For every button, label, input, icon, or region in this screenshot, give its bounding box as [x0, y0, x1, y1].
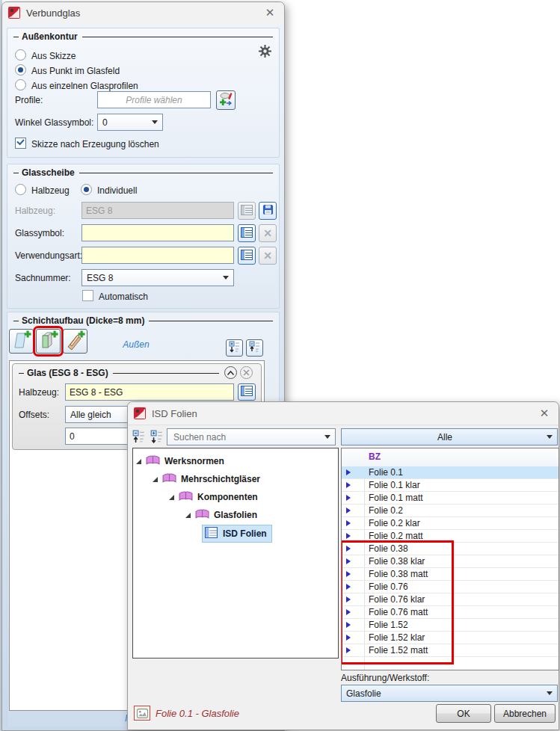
- save-icon: [262, 204, 274, 218]
- sachnummer-label: Sachnummer:: [15, 273, 71, 283]
- group-glasscheibe: Glasscheibe Halbzeug Individuell Halbzeu…: [7, 164, 280, 309]
- sort-up-icon: [249, 341, 260, 355]
- table-row[interactable]: Folie 0.76 klar: [342, 593, 559, 606]
- verbundglas-titlebar[interactable]: Verbundglas ✕: [2, 2, 284, 24]
- radio-halbzeug[interactable]: Halbzeug: [15, 184, 70, 196]
- profile-pick-button[interactable]: [216, 90, 236, 110]
- glassymbol-clear-button: ✕: [259, 224, 277, 242]
- table-row[interactable]: Folie 0.1: [342, 466, 559, 479]
- table-icon: [241, 386, 253, 398]
- chevron-down-icon: [547, 691, 553, 695]
- isd-titlebar[interactable]: ISD Folien ✕: [128, 402, 559, 425]
- checkbox-icon: [82, 290, 93, 301]
- expand-all-icon[interactable]: [150, 430, 163, 445]
- tree-item-mehrschichtglaeser[interactable]: Mehrschichtgläser: [153, 471, 260, 487]
- clear-x-icon: ✕: [263, 250, 272, 262]
- table-row[interactable]: Folie 0.38 matt: [342, 568, 559, 581]
- table-row[interactable]: Folie 0.76: [342, 581, 559, 593]
- layer-halbzeug-table-button[interactable]: [238, 383, 256, 401]
- delete-sketch-checkbox[interactable]: Skizze nach Erzeugung löschen: [15, 138, 159, 149]
- table-icon: [241, 227, 253, 240]
- app-logo-icon: [8, 7, 20, 19]
- table-row[interactable]: Folie 1.52: [342, 619, 559, 632]
- table-row[interactable]: Folie 0.76 matt: [342, 606, 559, 619]
- expander-icon: [185, 513, 191, 518]
- folien-table: BZ Folie 0.1 Folie 0.1 klar Folie 0.1 ma…: [341, 448, 559, 670]
- radio-individuell[interactable]: Individuell: [81, 184, 137, 196]
- table-icon: [241, 205, 253, 218]
- radio-aus-skizze[interactable]: Aus Skizze: [15, 49, 76, 61]
- radio-icon: [15, 184, 26, 195]
- group-aussenkontur: Außenkontur Aus Skizze Aus Punkt im Glas…: [7, 28, 280, 158]
- row-expander-icon: [346, 520, 351, 526]
- search-combo[interactable]: [167, 428, 336, 445]
- layer-halbzeug-label: Halbzeug:: [19, 387, 59, 398]
- glassymbol-input[interactable]: [81, 224, 234, 241]
- table-row[interactable]: Folie 1.52 matt: [342, 644, 559, 657]
- row-expander-icon: [346, 558, 351, 564]
- ausfuehrung-dropdown[interactable]: Glasfolie: [341, 685, 558, 702]
- verwendungsart-table-button[interactable]: [238, 247, 256, 265]
- row-expander-icon: [346, 508, 351, 513]
- table-row[interactable]: Folie 0.38 klar: [342, 555, 559, 568]
- expander-icon: [153, 477, 158, 482]
- chevron-down-icon: [547, 435, 553, 439]
- dialog-title: Verbundglas: [26, 7, 80, 19]
- row-expander-icon: [346, 584, 351, 590]
- profile-input[interactable]: [97, 91, 211, 108]
- table-icon: [205, 527, 218, 540]
- table-row[interactable]: Folie 0.38: [342, 543, 559, 555]
- norms-tree: Werksnormen Mehrschichtgläser Komponente…: [132, 448, 339, 658]
- group-title: Außenkontur: [22, 31, 82, 42]
- close-icon[interactable]: ✕: [263, 6, 277, 19]
- book-icon: [146, 454, 160, 469]
- book-icon: [195, 508, 209, 522]
- row-expander-icon: [346, 635, 351, 641]
- table-header[interactable]: BZ: [342, 448, 559, 467]
- radio-selected-icon: [81, 184, 92, 195]
- verwendungsart-input[interactable]: [81, 247, 234, 264]
- row-expander-icon: [346, 571, 351, 577]
- verwendungsart-clear-button: ✕: [259, 247, 277, 265]
- collapse-all-icon[interactable]: [132, 430, 145, 445]
- table-row[interactable]: Folie 0.1 klar: [342, 479, 559, 492]
- table-row[interactable]: Folie 0.2 klar: [342, 517, 559, 530]
- radio-aus-punkt[interactable]: Aus Punkt im Glasfeld: [15, 64, 120, 76]
- remove-layer-button[interactable]: [240, 366, 253, 379]
- filter-dropdown[interactable]: Alle: [341, 428, 558, 445]
- row-expander-icon: [346, 609, 351, 615]
- layer-title: Glas (ESG 8 - ESG): [27, 368, 113, 378]
- cancel-button[interactable]: Abbrechen: [494, 704, 556, 723]
- book-icon: [162, 472, 176, 487]
- expander-icon: [136, 459, 141, 464]
- layer-halbzeug-input[interactable]: [65, 383, 234, 401]
- table-row[interactable]: Folie 0.2 matt: [342, 530, 559, 543]
- table-row[interactable]: Folie 0.2: [342, 505, 559, 517]
- move-layer-down-button[interactable]: [226, 339, 243, 357]
- settings-gear-icon[interactable]: [259, 45, 271, 60]
- aussen-label: Außen: [9, 339, 263, 350]
- tree-item-isd-folien[interactable]: ISD Folien: [202, 525, 272, 543]
- automatisch-checkbox[interactable]: Automatisch: [82, 290, 148, 302]
- app-logo-icon: [134, 407, 146, 419]
- sachnummer-dropdown[interactable]: ESG 8: [81, 269, 234, 286]
- save-halbzeug-button[interactable]: [259, 202, 277, 220]
- collapse-layer-button[interactable]: [224, 366, 237, 379]
- radio-icon: [15, 49, 26, 61]
- glassymbol-table-button[interactable]: [238, 224, 256, 242]
- move-layer-up-button[interactable]: [246, 339, 263, 357]
- book-icon: [179, 490, 193, 505]
- search-input[interactable]: [172, 431, 321, 443]
- close-icon[interactable]: ✕: [538, 407, 551, 420]
- tree-item-werksnormen[interactable]: Werksnormen: [136, 453, 224, 469]
- radio-icon: [15, 79, 26, 90]
- table-row[interactable]: Folie 0.1 matt: [342, 492, 559, 505]
- tree-item-komponenten[interactable]: Komponenten: [169, 489, 258, 505]
- column-header-bz: BZ: [369, 451, 381, 462]
- ok-button[interactable]: OK: [436, 704, 491, 723]
- table-row[interactable]: Folie 1.52 klar: [342, 632, 559, 644]
- winkel-dropdown[interactable]: 0: [97, 114, 163, 131]
- radio-aus-glasprofilen[interactable]: Aus einzelnen Glasprofilen: [15, 79, 138, 91]
- tree-item-glasfolien[interactable]: Glasfolien: [185, 507, 257, 523]
- row-expander-icon: [346, 546, 351, 552]
